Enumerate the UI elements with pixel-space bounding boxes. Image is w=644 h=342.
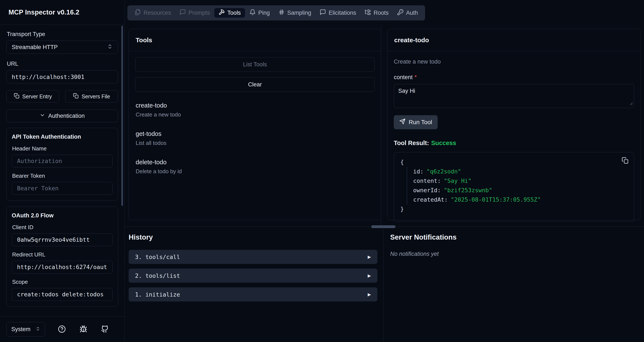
tab-label: Roots: [374, 10, 389, 16]
chevrons-up-down-icon: [36, 326, 40, 333]
list-tools-button[interactable]: List Tools: [135, 57, 374, 72]
tab-elicitations[interactable]: Elicitations: [316, 8, 360, 18]
sidebar-scrollbar-thumb[interactable]: [122, 26, 123, 206]
json-entry: id:"q6z2sodn": [413, 167, 628, 176]
tab-label: Sampling: [287, 10, 311, 16]
api-token-title: API Token Authentication: [12, 133, 113, 140]
transport-type-value: Streamable HTTP: [12, 44, 58, 51]
content-field-label-text: content: [394, 74, 413, 80]
oauth-title: OAuth 2.0 Flow: [12, 212, 113, 219]
tool-name: create-todo: [136, 102, 374, 109]
tab-label: Resources: [144, 10, 171, 16]
tab-roots[interactable]: Roots: [360, 8, 393, 18]
redirect-url-input[interactable]: [12, 261, 113, 273]
files-icon: [134, 9, 141, 17]
message-square-icon: [320, 9, 326, 17]
expand-caret-icon: ▶: [368, 292, 371, 297]
server-entry-button[interactable]: Server Entry: [6, 90, 59, 103]
tool-result-json: { id:"q6z2sodn" content:"Say Hi" ownerId…: [394, 152, 634, 222]
history-row-label: 1. initialize: [135, 291, 180, 298]
tab-bar: Resources Prompts Tools Ping Sampling: [127, 5, 425, 21]
copy-result-button[interactable]: [622, 157, 628, 164]
servers-file-button[interactable]: Servers File: [65, 90, 118, 103]
content-field-label: content*: [394, 74, 634, 81]
bearer-token-input[interactable]: [12, 182, 113, 195]
json-body: id:"q6z2sodn" content:"Say Hi" ownerId:"…: [407, 167, 628, 204]
bearer-token-label: Bearer Token: [12, 173, 113, 179]
debug-button[interactable]: [80, 325, 87, 334]
server-entry-label: Server Entry: [22, 93, 52, 100]
json-key: ownerId:: [413, 187, 441, 194]
tool-list-item-get-todos[interactable]: get-todos List all todos: [135, 130, 374, 146]
tool-detail-title: create-todo: [388, 29, 640, 51]
json-value: "2025-08-01T15:37:05.955Z": [451, 196, 541, 203]
tool-name: delete-todo: [136, 159, 374, 166]
run-tool-label: Run Tool: [409, 119, 432, 126]
history-row-initialize[interactable]: 1. initialize ▶: [129, 287, 377, 301]
header-name-label: Header Name: [12, 145, 113, 152]
copy-icon: [73, 93, 78, 100]
content-textarea[interactable]: Say Hi: [394, 84, 634, 108]
authentication-toggle[interactable]: Authentication: [6, 109, 118, 122]
url-group: URL: [6, 61, 118, 83]
theme-select-value: System: [11, 326, 30, 333]
json-key: createdAt:: [413, 196, 448, 203]
copy-icon: [622, 161, 628, 164]
theme-select[interactable]: System: [6, 322, 45, 337]
url-label: URL: [7, 61, 118, 67]
footer-icons: [58, 325, 109, 334]
transport-type-label: Transport Type: [7, 31, 118, 38]
chevrons-up-down-icon: [107, 44, 113, 51]
clear-button[interactable]: Clear: [135, 77, 374, 92]
tab-resources[interactable]: Resources: [130, 8, 175, 18]
transport-type-select[interactable]: Streamable HTTP: [6, 41, 118, 54]
transport-type-group: Transport Type Streamable HTTP: [6, 31, 118, 54]
hammer-icon: [218, 9, 225, 17]
scope-input[interactable]: [12, 288, 113, 301]
tool-detail-description: Create a new todo: [394, 58, 634, 65]
history-section: History 3. tools/call ▶ 2. tools/list ▶ …: [129, 233, 377, 306]
server-buttons-row: Server Entry Servers File: [6, 90, 118, 103]
server-notifications-section: Server Notifications No notifications ye…: [390, 233, 624, 257]
help-button[interactable]: [58, 325, 66, 334]
tool-list-item-create-todo[interactable]: create-todo Create a new todo: [135, 102, 374, 118]
no-notifications-text: No notifications yet: [390, 251, 624, 257]
tab-ping[interactable]: Ping: [245, 8, 274, 18]
json-entry: createdAt:"2025-08-01T15:37:05.955Z": [413, 195, 628, 204]
hash-icon: [278, 9, 285, 17]
header-name-input[interactable]: [12, 155, 113, 167]
servers-file-label: Servers File: [82, 93, 110, 100]
tab-label: Auth: [406, 10, 418, 16]
history-row-tools-list[interactable]: 2. tools/list ▶: [129, 269, 377, 283]
tool-list: create-todo Create a new todo get-todos …: [135, 102, 374, 175]
tab-tools[interactable]: Tools: [214, 8, 245, 18]
json-key: id:: [413, 168, 424, 175]
tab-label: Elicitations: [328, 10, 356, 16]
json-value: "q6z2sodn": [426, 168, 461, 175]
json-close-brace: }: [400, 204, 628, 214]
tool-name: get-todos: [136, 130, 374, 137]
sidebar-scroll-area: Transport Type Streamable HTTP URL Serve…: [0, 25, 124, 316]
json-key: content:: [413, 178, 441, 184]
history-row-label: 3. tools/call: [135, 254, 180, 260]
url-input[interactable]: [6, 70, 118, 83]
client-id-input[interactable]: [12, 233, 113, 246]
run-tool-button[interactable]: Run Tool: [394, 115, 438, 129]
history-row-tools-call[interactable]: 3. tools/call ▶: [129, 250, 377, 264]
tab-prompts[interactable]: Prompts: [175, 8, 214, 18]
main-area: Resources Prompts Tools Ping Sampling: [124, 0, 644, 342]
tab-sampling[interactable]: Sampling: [274, 8, 316, 18]
oauth-card: OAuth 2.0 Flow Client ID Redirect URL Sc…: [6, 207, 118, 307]
app-title: MCP Inspector v0.16.2: [8, 9, 80, 16]
send-icon: [399, 118, 406, 126]
tool-list-item-delete-todo[interactable]: delete-todo Delete a todo by id: [135, 159, 374, 175]
tab-auth[interactable]: Auth: [393, 8, 422, 18]
key-icon: [397, 9, 404, 17]
expand-caret-icon: ▶: [368, 273, 371, 278]
github-button[interactable]: [101, 325, 109, 334]
tool-description: Delete a todo by id: [136, 168, 374, 175]
redirect-url-label: Redirect URL: [12, 251, 113, 258]
help-circle-icon: [58, 325, 66, 334]
tab-label: Tools: [228, 10, 241, 16]
server-notifications-title: Server Notifications: [390, 233, 624, 241]
